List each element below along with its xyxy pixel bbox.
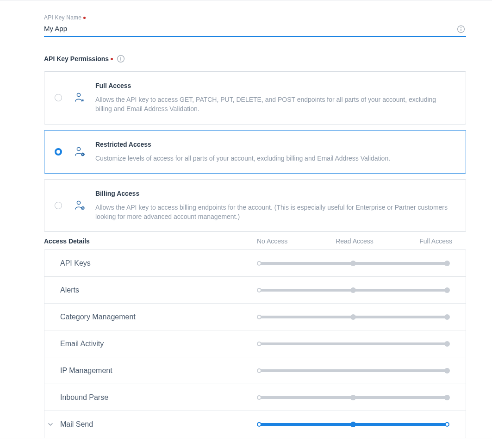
api-key-name-label: API Key Name — [44, 14, 466, 21]
access-col-full: Full Access — [397, 237, 452, 245]
user-star-icon — [74, 92, 86, 103]
svg-point-18 — [77, 201, 80, 205]
svg-line-16 — [84, 153, 84, 154]
svg-rect-2 — [461, 29, 461, 31]
access-row-label: Email Activity — [60, 340, 259, 348]
info-icon[interactable] — [117, 55, 125, 63]
permission-option-billing[interactable]: $ Billing Access Allows the API key to a… — [44, 179, 466, 232]
permissions-heading: API Key Permissions — [44, 55, 466, 63]
access-row: Mail Send — [44, 411, 466, 438]
access-row-label: Mail Send — [60, 420, 259, 429]
access-row: Inbound Parse — [44, 384, 466, 411]
access-row: API Keys — [44, 250, 466, 277]
access-row: Alerts — [44, 277, 466, 304]
access-row-label: Inbound Parse — [60, 393, 259, 402]
access-row-label: Alerts — [60, 286, 259, 294]
radio-billing[interactable] — [55, 202, 62, 209]
access-col-read: Read Access — [327, 237, 382, 245]
permission-desc: Allows the API key to access GET, PATCH,… — [95, 95, 454, 114]
access-row: Email Activity — [44, 330, 466, 357]
info-icon[interactable] — [457, 25, 465, 33]
access-slider[interactable] — [259, 342, 447, 346]
svg-point-4 — [120, 57, 121, 58]
access-row-label: IP Management — [60, 367, 259, 375]
svg-point-9 — [82, 154, 83, 155]
access-col-no: No Access — [257, 237, 312, 245]
access-slider[interactable] — [259, 288, 447, 292]
svg-point-7 — [77, 147, 80, 150]
svg-text:$: $ — [82, 207, 83, 210]
svg-line-17 — [81, 155, 82, 156]
radio-restricted[interactable] — [55, 148, 62, 156]
permission-desc: Allows the API key to access billing end… — [95, 203, 454, 222]
access-row: Category Management — [44, 304, 466, 330]
svg-rect-5 — [120, 58, 121, 61]
access-slider[interactable] — [259, 368, 447, 373]
svg-point-6 — [77, 93, 80, 97]
user-gear-icon — [74, 146, 86, 157]
permission-title: Billing Access — [95, 190, 454, 197]
access-slider[interactable] — [259, 315, 447, 319]
required-dot-icon — [111, 58, 113, 60]
permission-option-restricted[interactable]: Restricted Access Customize levels of ac… — [44, 130, 466, 174]
user-dollar-icon: $ — [74, 200, 86, 211]
svg-point-1 — [461, 27, 461, 28]
access-slider[interactable] — [259, 261, 447, 266]
access-row-label: Category Management — [60, 313, 259, 321]
required-dot-icon — [83, 17, 86, 19]
access-slider[interactable] — [259, 395, 447, 400]
access-details-title: Access Details — [44, 237, 257, 245]
permission-title: Full Access — [95, 82, 454, 89]
permission-desc: Customize levels of access for all parts… — [95, 154, 454, 163]
access-slider[interactable] — [259, 422, 447, 427]
api-key-name-input[interactable] — [44, 23, 466, 36]
permission-option-full[interactable]: Full Access Allows the API key to access… — [44, 71, 466, 124]
access-row: IP Management — [44, 357, 466, 384]
radio-full[interactable] — [55, 94, 62, 101]
svg-line-15 — [84, 155, 84, 156]
access-row-label: API Keys — [60, 259, 259, 268]
permission-title: Restricted Access — [95, 141, 454, 148]
chevron-down-icon[interactable] — [47, 421, 54, 428]
api-key-name-input-wrap[interactable] — [44, 23, 466, 37]
svg-line-14 — [81, 153, 82, 154]
